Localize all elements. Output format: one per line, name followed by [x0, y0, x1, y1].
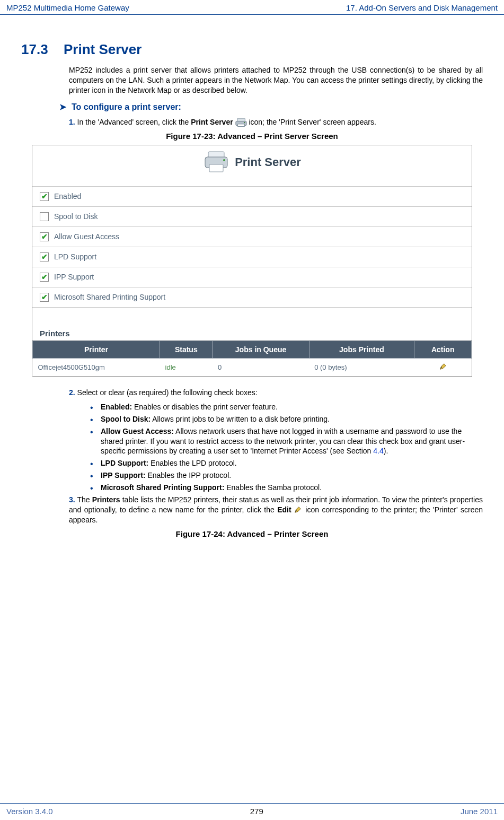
- doc-title: MP252 Multimedia Home Gateway: [6, 3, 129, 12]
- option-label: Microsoft Shared Printing Support: [54, 293, 165, 301]
- print-server-screenshot: Print Server Enabled Spool to Disk Allow…: [32, 145, 472, 377]
- list-item: Spool to Disk: Allows print jobs to be w…: [90, 414, 483, 424]
- section-title-text: Print Server: [64, 41, 142, 57]
- procedure-heading: ➤To configure a print server:: [69, 102, 483, 112]
- option-label: Spool to Disk: [54, 212, 98, 221]
- section-number: 17.3: [21, 41, 64, 58]
- section-heading: 17.3Print Server: [21, 41, 483, 58]
- svg-rect-2: [237, 124, 244, 127]
- step-number: 2.: [69, 388, 75, 397]
- bullet-text: Enables the Samba protocol.: [224, 483, 322, 492]
- svg-marker-8: [440, 364, 446, 370]
- step-1-text-before: In the 'Advanced' screen, click the: [77, 118, 191, 126]
- step-3-before: The: [77, 495, 92, 504]
- print-server-icon: [235, 118, 247, 127]
- option-lpd-support[interactable]: LPD Support: [32, 247, 472, 267]
- bullet-bold: Spool to Disk:: [101, 415, 151, 423]
- bullet-bold: Allow Guest Access:: [101, 427, 174, 435]
- bullet-text: Allows print jobs to be written to a dis…: [151, 415, 330, 423]
- option-label: Allow Guest Access: [54, 232, 119, 241]
- checkbox-msprint[interactable]: [40, 293, 49, 302]
- option-label: LPD Support: [54, 252, 96, 261]
- chevron-right-icon: ➤: [59, 102, 66, 112]
- option-enabled[interactable]: Enabled: [32, 186, 472, 206]
- bullet-text: Enables or disables the print server fea…: [132, 403, 278, 411]
- step-number: 3.: [69, 495, 75, 504]
- chapter-title: 17. Add-On Servers and Disk Management: [346, 3, 498, 12]
- printers-table: Printer Status Jobs in Queue Jobs Printe…: [32, 341, 472, 377]
- panel-header: Print Server: [32, 145, 472, 186]
- cell-jobs-printed: 0 (0 bytes): [309, 358, 414, 376]
- edit-pencil-icon: [294, 506, 303, 514]
- svg-marker-10: [295, 507, 301, 513]
- option-allow-guest-access[interactable]: Allow Guest Access: [32, 226, 472, 247]
- checkbox-guest[interactable]: [40, 232, 49, 241]
- cell-jobs-in-queue: 0: [213, 358, 309, 376]
- step-2-bullets: Enabled: Enables or disables the print s…: [90, 402, 483, 493]
- col-jobs-queue: Jobs in Queue: [213, 341, 309, 358]
- step-3-bold-2: Edit: [277, 505, 291, 514]
- col-status: Status: [160, 341, 213, 358]
- figure-caption-23: Figure 17-23: Advanced – Print Server Sc…: [21, 132, 483, 141]
- bullet-bold: Enabled:: [101, 403, 132, 411]
- cell-status: idle: [160, 358, 213, 376]
- step-1: 1. In the 'Advanced' screen, click the P…: [69, 117, 483, 127]
- cell-printer-name: Officejet4500G510gm: [33, 358, 160, 376]
- step-1-text-after: icon; the 'Print Server' screen appears.: [249, 118, 376, 126]
- bullet-text: Enables the IPP protocol.: [146, 471, 232, 479]
- step-2: 2. Select or clear (as required) the fol…: [69, 388, 483, 398]
- step-number: 1.: [69, 118, 75, 126]
- procedure-heading-text: To configure a print server:: [72, 102, 181, 111]
- figure-caption-24: Figure 17-24: Advanced – Printer Screen: [21, 529, 483, 538]
- step-3: 3. The Printers table lists the MP252 pr…: [69, 495, 483, 525]
- list-item: Enabled: Enables or disables the print s…: [90, 402, 483, 412]
- svg-point-3: [244, 122, 245, 123]
- checkbox-lpd[interactable]: [40, 252, 49, 261]
- bullet-text: Enables the LPD protocol.: [148, 459, 237, 467]
- option-ipp-support[interactable]: IPP Support: [32, 267, 472, 287]
- step-1-bold: Print Server: [191, 118, 233, 126]
- bullet-bold: LPD Support:: [101, 459, 148, 467]
- cell-action: [414, 358, 472, 376]
- bullet-tail: ).: [384, 447, 388, 455]
- list-item: Microsoft Shared Printing Support: Enabl…: [90, 483, 483, 493]
- col-action: Action: [414, 341, 472, 358]
- panel-title: Print Server: [235, 155, 301, 169]
- option-ms-shared-printing[interactable]: Microsoft Shared Printing Support: [32, 287, 472, 308]
- section-link[interactable]: 4.4: [373, 447, 383, 455]
- list-item: IPP Support: Enables the IPP protocol.: [90, 470, 483, 481]
- bullet-bold: Microsoft Shared Printing Support:: [101, 483, 224, 492]
- option-label: IPP Support: [54, 273, 94, 281]
- option-label: Enabled: [54, 192, 81, 200]
- table-row: Officejet4500G510gm idle 0 0 (0 bytes): [33, 358, 472, 376]
- svg-rect-6: [209, 164, 223, 172]
- step-2-text: Select or clear (as required) the follow…: [77, 388, 258, 397]
- list-item: LPD Support: Enables the LPD protocol.: [90, 458, 483, 468]
- col-jobs-printed: Jobs Printed: [309, 341, 414, 358]
- checkbox-enabled[interactable]: [40, 192, 49, 201]
- list-item: Allow Guest Access: Allows network users…: [90, 426, 483, 457]
- bullet-bold: IPP Support:: [101, 471, 146, 479]
- table-header-row: Printer Status Jobs in Queue Jobs Printe…: [33, 341, 472, 358]
- step-3-bold-1: Printers: [92, 495, 120, 504]
- printers-section-label: Printers: [32, 308, 472, 341]
- svg-point-7: [223, 159, 225, 161]
- printer-icon: [203, 151, 229, 174]
- checkbox-spool[interactable]: [40, 212, 49, 221]
- col-printer: Printer: [33, 341, 160, 358]
- edit-icon[interactable]: [439, 364, 447, 372]
- intro-paragraph: MP252 includes a print server that allow…: [69, 65, 483, 95]
- option-spool-to-disk[interactable]: Spool to Disk: [32, 206, 472, 226]
- checkbox-ipp[interactable]: [40, 273, 49, 282]
- page-header: MP252 Multimedia Home Gateway 17. Add-On…: [0, 0, 504, 15]
